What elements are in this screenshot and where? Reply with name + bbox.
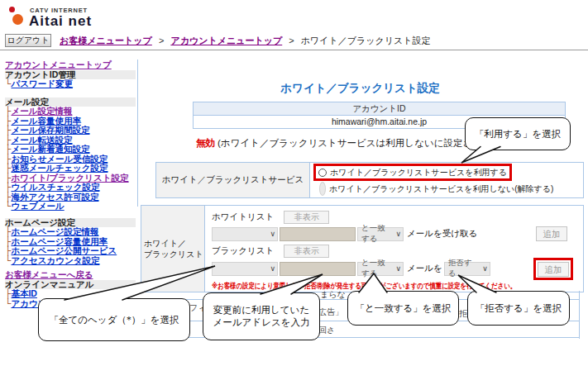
sidebar: アカウントメニュートップ アカウントID管理 └パスワード変更 メール設定 ├メ…: [5, 60, 136, 308]
radio-selected-icon[interactable]: [319, 182, 326, 196]
whitelist-hide-button[interactable]: 非表示: [284, 211, 329, 224]
callout-select-use: 「利用する」を選択: [465, 117, 571, 150]
sidebar-item-mail-quota-usage[interactable]: メール容量使用率: [11, 116, 81, 126]
logo-dot-red-icon: [9, 7, 15, 12]
whitelist-header-select[interactable]: ∨: [212, 227, 278, 241]
breadcrumb-current-page: ホワイト／ブラックリスト設定: [301, 36, 431, 45]
account-id-header: アカウントID: [194, 102, 565, 116]
sidebar-item-mail-settings-info[interactable]: メール設定情報: [11, 106, 72, 116]
callout-select-reject: 「拒否する」を選択: [467, 291, 570, 326]
breadcrumb: ログアウト お客様メニュートップ > アカウントメニュートップ > ホワイト／ブ…: [5, 33, 588, 48]
breadcrumb-account-menu-link[interactable]: アカウントメニュートップ: [170, 36, 282, 45]
chevron-down-icon: ∨: [270, 264, 275, 273]
hidden-table-fragment: 回さ: [318, 325, 335, 336]
service-setting-table: ホワイト／ブラックリストサービス ホワイト／ブラックリストサービスを利用する ホ…: [155, 162, 584, 198]
sidebar-item-notice-mail[interactable]: お知らせメール受信設定: [11, 154, 108, 164]
sidebar-item-access-counter[interactable]: アクセスカウンタ設定: [11, 255, 99, 265]
blacklist-reject-select[interactable]: 拒否する∨: [444, 262, 490, 276]
sidebar-item-homepage-info[interactable]: ホームページ設定情報: [11, 226, 98, 236]
blacklist-add-button[interactable]: 追加: [538, 262, 569, 277]
sidebar-item-back-to-customer-menu[interactable]: お客様メニューへ戻る: [5, 269, 93, 279]
white-blacklist-table: ホワイト／ ブラックリスト ホワイトリスト 非表示 ∨ と一致する∨ メールを受…: [141, 205, 584, 292]
service-row-label: ホワイト／ブラックリストサービス: [156, 163, 310, 197]
sidebar-item-spam-check[interactable]: 迷惑メールチェック設定: [11, 163, 108, 173]
sidebar-item-white-blacklist[interactable]: ホワイト/ブラックリスト設定: [11, 173, 128, 183]
breadcrumb-separator: >: [159, 36, 164, 45]
radio-unselected-icon[interactable]: [318, 169, 327, 177]
highlight-box-add-button: 追加: [533, 258, 573, 280]
sidebar-item-mail-retention[interactable]: メール保存期間設定: [11, 125, 89, 135]
breadcrumb-customer-menu-link[interactable]: お客様メニュートップ: [60, 36, 152, 45]
radio-use-service-label: ホワイト／ブラックリストサービスを利用する: [330, 167, 507, 178]
hidden-table-border: [579, 291, 580, 339]
radio-use-service[interactable]: ホワイト／ブラックリストサービスを利用する: [318, 166, 507, 178]
hidden-table-fragment: まらな: [320, 289, 346, 301]
sidebar-item-webmail[interactable]: ウェブメール: [11, 201, 64, 211]
chevron-down-icon: ∨: [395, 230, 401, 238]
logout-button[interactable]: ログアウト: [5, 34, 51, 47]
highlight-box-use-option: ホワイト／ブラックリストサービスを利用する: [313, 164, 512, 181]
breadcrumb-separator: >: [289, 36, 294, 45]
blacklist-action-text: メールを: [407, 263, 442, 274]
callout-select-all-header: 「全てのヘッダ（*）」を選択: [38, 298, 190, 341]
blacklist-match-select[interactable]: と一致する∨: [357, 262, 404, 276]
sidebar-item-new-mail-notice[interactable]: メール新着通知設定: [11, 144, 89, 154]
whitelist-action-text: メールを受け取る: [407, 228, 477, 240]
sidebar-item-mail-forwarding[interactable]: メール転送設定: [11, 135, 72, 145]
blacklist-address-input[interactable]: [280, 262, 356, 276]
whitelist-match-select[interactable]: と一致する∨: [357, 227, 404, 241]
chevron-down-icon: ∨: [395, 264, 401, 273]
status-badge: 無効: [196, 138, 215, 148]
chevron-down-icon: ∨: [270, 230, 275, 238]
radio-not-use-service[interactable]: ホワイト／ブラックリストサービスを利用しない(解除する): [313, 183, 580, 195]
page-title: ホワイト／ブラックリスト設定: [138, 81, 582, 96]
callout-select-match: 「と一致する」を選択: [347, 291, 459, 326]
sidebar-item-virus-check[interactable]: ウイルスチェック設定: [11, 182, 99, 192]
sidebar-item-homepage-publish[interactable]: ホームページ公開サービス: [11, 245, 117, 255]
whitelist-label: ホワイトリスト: [212, 212, 274, 223]
blacklist-header-select[interactable]: ∨: [212, 262, 278, 276]
sidebar-item-overseas-access[interactable]: 海外アクセス許可設定: [11, 192, 98, 202]
blacklist-hide-button[interactable]: 非表示: [284, 245, 329, 258]
whitelist-address-input[interactable]: [280, 227, 356, 241]
sidebar-item-password-change[interactable]: パスワード変更: [11, 78, 72, 88]
hidden-table-fragment: 拒: [459, 308, 467, 320]
brand-name: Aitai net: [29, 13, 92, 30]
sidebar-item-homepage-quota[interactable]: ホームページ容量使用率: [11, 236, 107, 246]
page: CATV INTERNET Aitai net ログアウト お客様メニュートップ…: [0, 0, 588, 366]
whitelist-add-button[interactable]: 追加: [536, 226, 567, 241]
header-divider: [0, 50, 588, 50]
sidebar-item-account-menu-top[interactable]: アカウントメニュートップ: [5, 59, 112, 69]
blacklist-label: ブラックリスト: [212, 245, 274, 257]
logo-dot-orange-icon: [12, 14, 23, 25]
callout-enter-address: 変更前に利用していた メールアドレスを入力: [203, 292, 320, 340]
list-row-label: ホワイト／ ブラックリスト: [141, 206, 205, 292]
sidebar-item-basic-id[interactable]: 基本ID: [11, 288, 37, 298]
radio-not-use-service-label: ホワイト／ブラックリストサービスを利用しない(解除する): [329, 183, 553, 195]
hidden-table-fragment: 広告」: [318, 307, 343, 318]
chevron-down-icon: ∨: [482, 264, 488, 273]
